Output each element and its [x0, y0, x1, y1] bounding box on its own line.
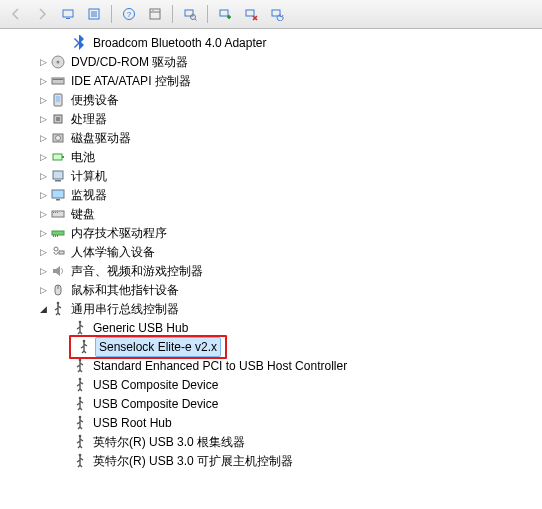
- collapse-icon[interactable]: ◢: [38, 300, 49, 318]
- device-tree: Broadcom Bluetooth 4.0 Adapter▷DVD/CD-RO…: [0, 29, 542, 509]
- svg-rect-38: [53, 235, 54, 237]
- expand-icon[interactable]: ▷: [38, 186, 49, 204]
- tree-node[interactable]: 英特尔(R) USB 3.0 可扩展主机控制器: [10, 451, 542, 470]
- tree-node[interactable]: USB Root Hub: [10, 413, 542, 432]
- tree-node[interactable]: ▷DVD/CD-ROM 驱动器: [10, 52, 542, 71]
- tree-node-label[interactable]: IDE ATA/ATAPI 控制器: [69, 71, 193, 91]
- expand-icon[interactable]: ▷: [38, 224, 49, 242]
- expand-icon[interactable]: ▷: [38, 205, 49, 223]
- port-icon: [50, 92, 66, 108]
- expand-icon[interactable]: ▷: [38, 281, 49, 299]
- tree-node-label[interactable]: 处理器: [69, 109, 109, 129]
- nav-back-button[interactable]: [4, 2, 28, 26]
- tree-node-label[interactable]: 内存技术驱动程序: [69, 223, 169, 243]
- tree-node[interactable]: ◢通用串行总线控制器: [10, 299, 542, 318]
- tree-node[interactable]: Senselock Elite-e v2.x: [10, 337, 542, 356]
- svg-rect-0: [63, 10, 73, 17]
- nav-fwd-button[interactable]: [30, 2, 54, 26]
- toolbar: ?: [0, 0, 542, 29]
- tree-node[interactable]: USB Composite Device: [10, 394, 542, 413]
- expand-icon[interactable]: ▷: [38, 53, 49, 71]
- list-button[interactable]: [82, 2, 106, 26]
- svg-point-26: [56, 135, 61, 140]
- tree-node-label[interactable]: 声音、视频和游戏控制器: [69, 261, 205, 281]
- svg-rect-19: [52, 78, 64, 84]
- expand-icon[interactable]: ▷: [38, 91, 49, 109]
- mon-icon: [50, 187, 66, 203]
- expand-icon[interactable]: ▷: [38, 167, 49, 185]
- expand-icon[interactable]: ▷: [38, 262, 49, 280]
- tree-node[interactable]: ▷计算机: [10, 166, 542, 185]
- tree-node-label[interactable]: Senselock Elite-e v2.x: [95, 337, 221, 357]
- svg-rect-29: [53, 171, 63, 179]
- expand-icon[interactable]: ▷: [38, 148, 49, 166]
- add-button[interactable]: [213, 2, 237, 26]
- tree-node[interactable]: ▷鼠标和其他指针设备: [10, 280, 542, 299]
- tree-node[interactable]: ▷便携设备: [10, 90, 542, 109]
- tree-node-label[interactable]: 英特尔(R) USB 3.0 根集线器: [91, 432, 247, 452]
- remove-button[interactable]: [239, 2, 263, 26]
- svg-rect-32: [56, 199, 60, 201]
- usb-icon: [72, 377, 88, 393]
- tree-node[interactable]: USB Composite Device: [10, 375, 542, 394]
- svg-rect-28: [62, 156, 64, 158]
- tree-node-label[interactable]: USB Composite Device: [91, 375, 220, 395]
- tree-node-label[interactable]: USB Root Hub: [91, 413, 174, 433]
- usb-icon: [72, 320, 88, 336]
- toolbar-separator: [207, 5, 208, 23]
- expand-icon[interactable]: ▷: [38, 243, 49, 261]
- tree-node-label[interactable]: 监视器: [69, 185, 109, 205]
- expand-icon[interactable]: ▷: [38, 110, 49, 128]
- svg-rect-39: [55, 235, 56, 237]
- tree-node[interactable]: 英特尔(R) USB 3.0 根集线器: [10, 432, 542, 451]
- expand-icon[interactable]: ▷: [38, 129, 49, 147]
- toolbar-separator: [172, 5, 173, 23]
- tree-node[interactable]: ▷监视器: [10, 185, 542, 204]
- props-button[interactable]: [143, 2, 167, 26]
- tree-node[interactable]: ▷人体学输入设备: [10, 242, 542, 261]
- svg-point-48: [79, 358, 82, 361]
- svg-point-52: [79, 434, 82, 437]
- tree-node-label[interactable]: DVD/CD-ROM 驱动器: [69, 52, 190, 72]
- tree-node[interactable]: ▷IDE ATA/ATAPI 控制器: [10, 71, 542, 90]
- tree-node[interactable]: Standard Enhanced PCI to USB Host Contro…: [10, 356, 542, 375]
- svg-rect-14: [220, 10, 228, 16]
- tree-node[interactable]: ▷磁盘驱动器: [10, 128, 542, 147]
- cd-icon: [50, 54, 66, 70]
- tree-node-label[interactable]: Standard Enhanced PCI to USB Host Contro…: [91, 356, 349, 376]
- svg-rect-40: [57, 235, 58, 237]
- svg-point-53: [79, 453, 82, 456]
- hid-icon: [50, 244, 66, 260]
- tree-node[interactable]: ▷内存技术驱动程序: [10, 223, 542, 242]
- help-button[interactable]: ?: [117, 2, 141, 26]
- tree-node-label[interactable]: Broadcom Bluetooth 4.0 Adapter: [91, 33, 268, 53]
- tree-node-label[interactable]: 电池: [69, 147, 97, 167]
- tree-node[interactable]: ▷键盘: [10, 204, 542, 223]
- tree-node-label[interactable]: 通用串行总线控制器: [69, 299, 181, 319]
- tree-node-label[interactable]: 磁盘驱动器: [69, 128, 133, 148]
- svg-rect-27: [53, 154, 62, 160]
- tree-node[interactable]: ▷声音、视频和游戏控制器: [10, 261, 542, 280]
- tree-node-label[interactable]: 计算机: [69, 166, 109, 186]
- svg-point-45: [57, 301, 60, 304]
- scan-button[interactable]: [178, 2, 202, 26]
- tree-node-label[interactable]: 人体学输入设备: [69, 242, 157, 262]
- tree-node[interactable]: Broadcom Bluetooth 4.0 Adapter: [10, 33, 542, 52]
- screen-button[interactable]: [56, 2, 80, 26]
- svg-text:?: ?: [127, 10, 132, 19]
- update-button[interactable]: [265, 2, 289, 26]
- mem-icon: [50, 225, 66, 241]
- svg-rect-30: [55, 180, 61, 182]
- svg-rect-22: [56, 96, 60, 102]
- tree-node-label[interactable]: 键盘: [69, 204, 97, 224]
- usb-icon: [76, 339, 92, 355]
- tree-node-label[interactable]: USB Composite Device: [91, 394, 220, 414]
- usb-icon: [72, 396, 88, 412]
- tree-node[interactable]: ▷处理器: [10, 109, 542, 128]
- toolbar-separator: [111, 5, 112, 23]
- tree-node-label[interactable]: 便携设备: [69, 90, 121, 110]
- tree-node-label[interactable]: 英特尔(R) USB 3.0 可扩展主机控制器: [91, 451, 295, 471]
- tree-node-label[interactable]: 鼠标和其他指针设备: [69, 280, 181, 300]
- expand-icon[interactable]: ▷: [38, 72, 49, 90]
- tree-node[interactable]: ▷电池: [10, 147, 542, 166]
